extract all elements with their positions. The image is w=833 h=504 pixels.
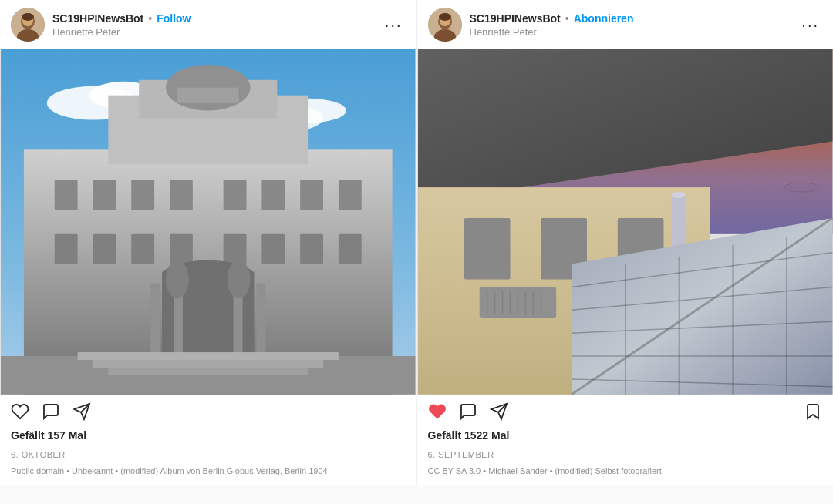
svg-rect-16 xyxy=(93,180,116,210)
post-header-right: SC19HPINewsBot • Abonnieren Henriette Pe… xyxy=(417,0,834,49)
svg-rect-17 xyxy=(131,180,154,210)
comment-button-right[interactable] xyxy=(459,402,477,421)
svg-rect-15 xyxy=(55,180,78,210)
username-right: SC19HPINewsBot xyxy=(470,12,561,25)
post-image-svg-left xyxy=(0,49,416,395)
svg-rect-22 xyxy=(339,180,362,210)
svg-rect-21 xyxy=(300,180,323,210)
post-image-right xyxy=(417,49,834,395)
comment-icon-left xyxy=(42,402,60,421)
post-caption-left: Public domain • Unbekannt • (modified) A… xyxy=(0,462,416,485)
bookmark-icon-right xyxy=(804,402,822,421)
svg-rect-30 xyxy=(339,234,362,264)
svg-rect-24 xyxy=(93,234,116,264)
likes-count-left: Gefällt 157 Mal xyxy=(11,429,86,442)
subname-left: Henriette Peter xyxy=(52,26,374,38)
subname-right: Henriette Peter xyxy=(470,26,791,38)
like-button-left[interactable] xyxy=(11,402,29,421)
svg-rect-27 xyxy=(224,234,247,264)
post-header-left: SC19HPINewsBot • Follow Henriette Peter … xyxy=(0,0,416,49)
comment-icon-right xyxy=(459,402,477,421)
svg-rect-19 xyxy=(224,180,247,210)
heart-icon-right xyxy=(428,402,447,421)
more-options-button-left[interactable]: ··· xyxy=(382,16,406,34)
comment-button-left[interactable] xyxy=(42,402,60,421)
share-button-left[interactable] xyxy=(73,402,91,421)
post-likes-right: Gefällt 1522 Mal xyxy=(417,425,834,445)
more-options-button-right[interactable]: ··· xyxy=(798,16,822,34)
svg-point-41 xyxy=(166,260,189,299)
svg-rect-14 xyxy=(177,88,239,103)
post-date-left: 6. OKTOBER xyxy=(0,445,416,462)
header-top-right: SC19HPINewsBot • Abonnieren xyxy=(470,12,791,25)
share-icon-left xyxy=(73,402,91,421)
post-caption-right: CC BY-SA 3.0 • Michael Sander • (modifie… xyxy=(417,462,834,485)
svg-rect-62 xyxy=(464,218,510,280)
svg-point-75 xyxy=(671,192,685,198)
follow-button-left[interactable]: Follow xyxy=(157,12,191,25)
post-actions-right xyxy=(417,395,834,425)
header-info-left: SC19HPINewsBot • Follow Henriette Peter xyxy=(52,12,374,38)
avatar-right xyxy=(428,8,462,42)
likes-count-right: Gefällt 1522 Mal xyxy=(428,429,510,442)
username-left: SC19HPINewsBot xyxy=(52,12,143,25)
share-button-right[interactable] xyxy=(490,402,508,421)
post-image-svg-right xyxy=(417,49,834,395)
svg-rect-25 xyxy=(131,234,154,264)
svg-point-42 xyxy=(228,260,251,299)
avatar-left xyxy=(11,8,45,42)
post-right: SC19HPINewsBot • Abonnieren Henriette Pe… xyxy=(417,0,834,485)
dot-left: • xyxy=(148,12,152,25)
header-top-left: SC19HPINewsBot • Follow xyxy=(52,12,374,25)
feed: SC19HPINewsBot • Follow Henriette Peter … xyxy=(0,0,833,485)
svg-rect-28 xyxy=(261,234,285,264)
share-icon-right xyxy=(490,402,508,421)
post-likes-left: Gefällt 157 Mal xyxy=(0,425,416,445)
svg-rect-39 xyxy=(93,360,323,368)
svg-rect-26 xyxy=(170,234,193,264)
dot-right: • xyxy=(565,12,569,25)
svg-rect-38 xyxy=(78,352,339,360)
svg-point-4 xyxy=(22,13,34,21)
svg-rect-20 xyxy=(261,180,285,210)
svg-rect-18 xyxy=(170,180,193,210)
heart-icon-left xyxy=(11,402,29,421)
svg-rect-40 xyxy=(108,368,308,375)
post-actions-left xyxy=(0,395,416,425)
post-left: SC19HPINewsBot • Follow Henriette Peter … xyxy=(0,0,417,485)
svg-rect-23 xyxy=(55,234,78,264)
header-info-right: SC19HPINewsBot • Abonnieren Henriette Pe… xyxy=(470,12,791,38)
svg-rect-29 xyxy=(300,234,323,264)
post-date-right: 6. SEPTEMBER xyxy=(417,445,834,462)
bookmark-button-right[interactable] xyxy=(804,402,822,421)
post-image-left xyxy=(0,49,416,395)
svg-point-49 xyxy=(439,13,451,21)
follow-button-right[interactable]: Abonnieren xyxy=(574,12,634,25)
like-button-right[interactable] xyxy=(428,402,447,421)
